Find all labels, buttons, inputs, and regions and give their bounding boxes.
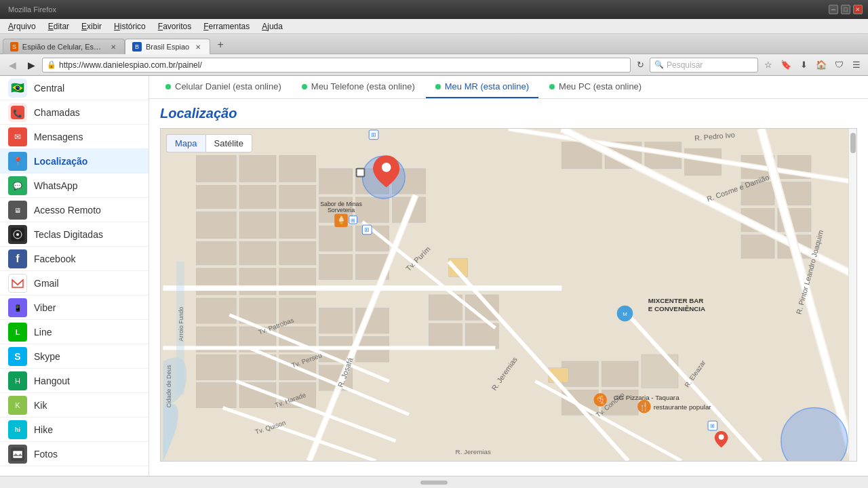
svg-rect-44 (196, 382, 236, 407)
scroll-thumb[interactable] (850, 133, 856, 153)
browser-content: 🇧🇷 Central 📞 Chamadas ✉ Mensagens 📍 Loca… (0, 76, 868, 476)
sidebar-item-gmail[interactable]: Gmail (0, 271, 149, 296)
address-bar[interactable]: 🔒 https://www.danielespiao.com.br/painel… (42, 58, 631, 73)
sidebar-item-central[interactable]: 🇧🇷 Central (0, 76, 149, 100)
sidebar-item-skype[interactable]: S Skype (0, 344, 149, 369)
bookmark-star-icon[interactable]: ☆ (761, 58, 776, 73)
horizontal-scrollbar[interactable] (420, 481, 448, 485)
svg-rect-55 (319, 226, 353, 251)
skype-icon: S (8, 347, 27, 366)
line-icon: L (8, 323, 27, 342)
localizacao-icon: 📍 (8, 152, 27, 171)
svg-text:✉: ✉ (14, 132, 21, 142)
back-button[interactable]: ◀ (4, 57, 20, 73)
sidebar-item-label-teclas: Teclas Digitadas (34, 229, 140, 240)
download-icon[interactable]: ⬇ (796, 58, 811, 73)
hangout-icon: H (8, 371, 27, 390)
sidebar-item-kik[interactable]: K Kik (0, 393, 149, 418)
svg-text:Arroio Fundo: Arroio Fundo (178, 307, 184, 342)
sidebar-item-teclas[interactable]: Teclas Digitadas (0, 222, 149, 247)
sidebar-item-chamadas[interactable]: 📞 Chamadas (0, 100, 149, 125)
menu-ferramentas[interactable]: Ferramentas (198, 20, 255, 33)
search-bar[interactable]: 🔍 Pesquisar (650, 58, 758, 73)
sidebar-item-localizacao[interactable]: 📍 Localização (0, 149, 149, 174)
shield-icon[interactable]: 🛡 (831, 58, 846, 73)
sidebar-item-label-skype: Skype (34, 351, 140, 362)
sidebar-item-label-hangout: Hangout (34, 375, 140, 386)
sidebar-item-label-kik: Kik (34, 400, 140, 411)
browser-tab-1[interactable]: S Espião de Celular, Espião d... ✕ (3, 39, 125, 54)
sidebar-item-label-chamadas: Chamadas (34, 107, 140, 118)
forward-button[interactable]: ▶ (23, 57, 39, 73)
svg-text:⊞: ⊞ (351, 218, 355, 224)
bookmark-icon[interactable]: 🔖 (778, 58, 793, 73)
browser-tab-2[interactable]: B Brasil Espiao ✕ (125, 39, 210, 54)
tab-1-close[interactable]: ✕ (109, 42, 117, 52)
map-scrollbar[interactable] (848, 129, 856, 461)
tab-2-close[interactable]: ✕ (193, 42, 203, 52)
mensagens-icon: ✉ (8, 127, 27, 146)
sidebar-item-hike[interactable]: hi Hike (0, 418, 149, 442)
menu-icon[interactable]: ☰ (849, 58, 864, 73)
maximize-button[interactable]: □ (841, 5, 850, 14)
close-button[interactable]: ✕ (853, 5, 863, 14)
device-tab-celular-daniel[interactable]: Celular Daniel (esta online) (156, 76, 291, 98)
sidebar-item-label-central: Central (34, 83, 140, 94)
svg-text:💬: 💬 (13, 181, 22, 190)
device-tabs: Celular Daniel (esta online) Meu Telefon… (149, 76, 868, 99)
svg-rect-148 (357, 169, 364, 176)
svg-text:K: K (15, 401, 20, 409)
svg-rect-34 (239, 242, 276, 265)
svg-point-12 (16, 233, 19, 236)
sidebar-item-label-line: Line (34, 327, 140, 338)
menu-historico[interactable]: Histórico (108, 20, 151, 33)
svg-text:GG Pizzaria - Taquara: GG Pizzaria - Taquara (614, 394, 679, 401)
sidebar-item-label-mensagens: Mensagens (34, 131, 140, 142)
menu-exibir[interactable]: Exibir (76, 20, 107, 33)
svg-text:📍: 📍 (13, 156, 23, 166)
menu-editar[interactable]: Editar (43, 20, 75, 33)
sidebar-item-label-fotos: Fotos (34, 449, 140, 460)
sidebar-item-fotos[interactable]: Fotos (0, 442, 149, 466)
svg-text:MIXCENTER BAR: MIXCENTER BAR (648, 297, 704, 304)
online-indicator (549, 84, 555, 89)
map-controls: Mapa Satélite (166, 134, 252, 152)
map-btn-satelite[interactable]: Satélite (205, 134, 252, 152)
svg-text:Sorveteria: Sorveteria (328, 207, 355, 214)
menu-arquivo[interactable]: Arquivo (3, 20, 41, 33)
svg-rect-33 (239, 212, 276, 239)
main-panel: Celular Daniel (esta online) Meu Telefon… (149, 76, 868, 476)
svg-text:M: M (623, 311, 627, 317)
sidebar-item-whatsapp[interactable]: 💬 WhatsApp (0, 174, 149, 198)
svg-point-155 (719, 434, 724, 440)
svg-rect-73 (741, 235, 774, 258)
svg-text:🍦: 🍦 (336, 216, 347, 225)
minimize-button[interactable]: ─ (829, 5, 838, 14)
menu-ajuda[interactable]: Ajuda (256, 20, 288, 33)
reload-button[interactable]: ↻ (633, 58, 647, 72)
sidebar-item-mensagens[interactable]: ✉ Mensagens (0, 125, 149, 149)
sidebar-item-facebook[interactable]: f Facebook (0, 247, 149, 271)
browser-tabbar: S Espião de Celular, Espião d... ✕ B Bra… (0, 34, 868, 54)
device-tab-meu-telefone[interactable]: Meu Telefone (esta online) (292, 76, 425, 98)
svg-rect-56 (319, 254, 353, 279)
sidebar-item-viber[interactable]: 📱 Viber (0, 296, 149, 320)
device-tab-meu-mr[interactable]: Meu MR (esta online) (426, 76, 538, 98)
online-indicator (435, 84, 441, 89)
sidebar-item-line[interactable]: L Line (0, 320, 149, 344)
chamadas-icon: 📞 (8, 103, 27, 122)
page-title: Localização (160, 106, 857, 121)
central-icon: 🇧🇷 (8, 79, 27, 98)
sidebar-item-acesso-remoto[interactable]: 🖥 Acesso Remoto (0, 198, 149, 222)
svg-rect-43 (196, 354, 236, 380)
device-tab-meu-pc[interactable]: Meu PC (esta online) (540, 76, 651, 98)
kik-icon: K (8, 396, 27, 415)
menu-favoritos[interactable]: Favoritos (153, 20, 197, 33)
svg-text:⊞: ⊞ (371, 131, 376, 138)
map-btn-mapa[interactable]: Mapa (166, 134, 205, 152)
sidebar-item-hangout[interactable]: H Hangout (0, 369, 149, 393)
facebook-icon: f (8, 249, 27, 268)
new-tab-button[interactable]: + (213, 37, 228, 52)
svg-rect-28 (196, 212, 236, 239)
home-icon[interactable]: 🏠 (814, 58, 829, 73)
